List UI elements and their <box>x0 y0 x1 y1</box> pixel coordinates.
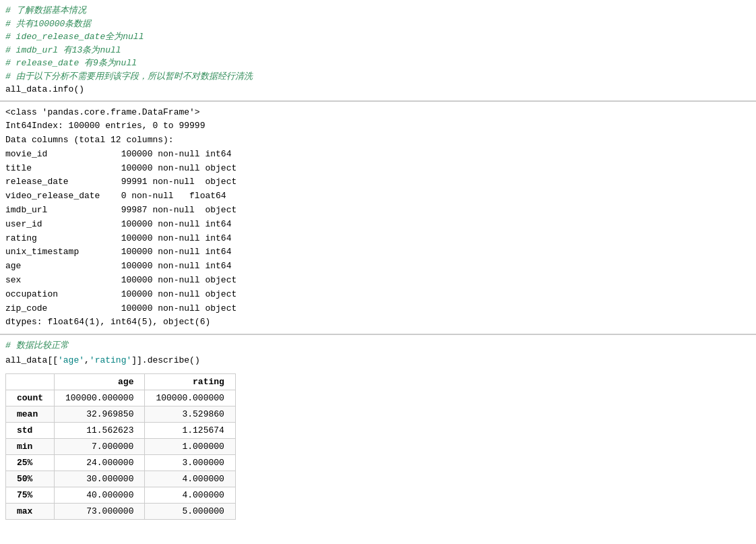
describe-code-prefix: all_data[[ <box>5 355 58 365</box>
describe-comment: # 数据比较正常 <box>5 339 751 353</box>
cell-value: 32.969850 <box>55 406 145 423</box>
cell-value: 3.529860 <box>145 406 235 423</box>
row-label: 25% <box>6 455 55 471</box>
col-header-rating: rating <box>145 374 235 390</box>
cell-value: 73.000000 <box>55 504 145 520</box>
output-line-10: unix_timestamp 100000 non-null int64 <box>5 245 751 260</box>
output-line-11: age 100000 non-null int64 <box>5 260 751 274</box>
output-line-14: zip_code 100000 non-null object <box>5 302 751 316</box>
output-line-15: dtypes: float64(1), int64(5), object(6) <box>5 315 751 330</box>
output-line-4: title 100000 non-null object <box>5 162 751 176</box>
describe-code-comma: , <box>84 355 90 365</box>
cell-value: 7.000000 <box>55 439 145 455</box>
describe-code: all_data[['age','rating']].describe() <box>5 354 751 367</box>
describe-code-str1: 'age' <box>58 355 84 365</box>
output-line-8: user_id 100000 non-null int64 <box>5 218 751 232</box>
table-row: max73.0000005.000000 <box>6 504 236 520</box>
table-row: std11.5626231.125674 <box>6 423 236 439</box>
row-label: mean <box>6 406 55 423</box>
stats-table: age rating count100000.000000100000.0000… <box>5 373 236 520</box>
output-line-9: rating 100000 non-null int64 <box>5 232 751 246</box>
output-line-0: <class 'pandas.core.frame.DataFrame'> <box>5 106 751 120</box>
describe-code-suffix: ]].describe() <box>131 355 199 365</box>
output-line-2: Data columns (total 12 columns): <box>5 133 751 148</box>
output-line-5: release_date 99991 non-null object <box>5 175 751 189</box>
cell-value: 1.125674 <box>145 423 235 439</box>
row-label: max <box>6 504 55 520</box>
cell-value: 24.000000 <box>55 455 145 471</box>
cell-value: 100000.000000 <box>55 390 145 406</box>
cell-value: 100000.000000 <box>145 390 235 406</box>
describe-section: # 数据比较正常 all_data[['age','rating']].desc… <box>0 335 756 524</box>
comment-line-2: # 共有100000条数据 <box>5 18 751 31</box>
col-header-index <box>6 374 55 390</box>
comment-line-6: # 由于以下分析不需要用到该字段，所以暂时不对数据经行清洗 <box>5 70 751 84</box>
cell-value: 4.000000 <box>145 471 235 487</box>
cell-value: 11.562623 <box>55 423 145 439</box>
table-row: mean32.9698503.529860 <box>6 406 236 423</box>
code-section: # 了解数据基本情况 # 共有100000条数据 # ideo_release_… <box>0 0 756 102</box>
output-line-7: imdb_url 99987 non-null object <box>5 204 751 218</box>
table-header-row: age rating <box>6 374 236 390</box>
table-row: 25%24.0000003.000000 <box>6 455 236 471</box>
cell-value: 4.000000 <box>145 487 235 504</box>
output-line-13: occupation 100000 non-null object <box>5 288 751 302</box>
cell-value: 40.000000 <box>55 487 145 504</box>
cell-value: 30.000000 <box>55 471 145 487</box>
table-row: count100000.000000100000.000000 <box>6 390 236 406</box>
comment-line-3: # ideo_release_date全为null <box>5 30 751 44</box>
cell-value: 1.000000 <box>145 439 235 455</box>
col-header-age: age <box>55 374 145 390</box>
output-line-3: movie_id 100000 non-null int64 <box>5 148 751 162</box>
row-label: count <box>6 390 55 406</box>
comment-line-4: # imdb_url 有13条为null <box>5 44 751 57</box>
code-line-info: all_data.info() <box>5 83 751 96</box>
cell-value: 3.000000 <box>145 455 235 471</box>
comment-line-1: # 了解数据基本情况 <box>5 4 751 18</box>
table-row: min7.0000001.000000 <box>6 439 236 455</box>
cell-value: 5.000000 <box>145 504 235 520</box>
output-line-6: video_release_date 0 non-null float64 <box>5 189 751 204</box>
table-row: 75%40.0000004.000000 <box>6 487 236 504</box>
output-line-1: Int64Index: 100000 entries, 0 to 99999 <box>5 119 751 133</box>
row-label: min <box>6 439 55 455</box>
comment-line-5: # release_date 有9条为null <box>5 57 751 70</box>
row-label: 75% <box>6 487 55 504</box>
describe-code-str2: 'rating' <box>90 355 131 365</box>
table-row: 50%30.0000004.000000 <box>6 471 236 487</box>
output-section: <class 'pandas.core.frame.DataFrame'> In… <box>0 102 756 336</box>
row-label: std <box>6 423 55 439</box>
row-label: 50% <box>6 471 55 487</box>
output-line-12: sex 100000 non-null object <box>5 274 751 288</box>
